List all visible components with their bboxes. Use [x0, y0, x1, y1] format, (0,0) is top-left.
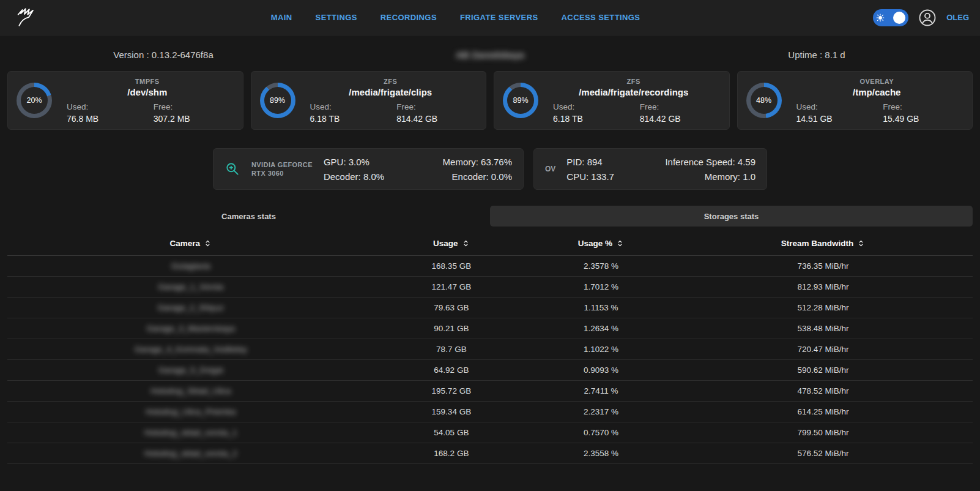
- camera-name: Holodnyj_sklad_vorota_2: [7, 443, 374, 464]
- hardware-stats-row: NVIDIA GEFORCE RTX 3060 GPU: 3.0% Decode…: [0, 148, 980, 190]
- table-row: Holodnyj_Ulica_Priemka159.34 GB2.2317 %6…: [7, 402, 973, 422]
- table-row: Garage_5_Dvigat64.92 GB0.9093 %590.62 Mi…: [7, 360, 973, 381]
- sort-icon: [857, 239, 865, 249]
- nav-access-settings[interactable]: ACCESS SETTINGS: [562, 13, 640, 22]
- donut-percent: 89%: [264, 87, 291, 114]
- mount-path: /media/frigate/recordings: [547, 87, 721, 97]
- stats-tabs: Cameras statsStorages stats: [0, 206, 980, 227]
- detector-stats-left: PID: 894 CPU: 133.7: [566, 156, 614, 183]
- usage-percent-value: 0.9093 %: [529, 360, 674, 381]
- detector-name: OV: [545, 165, 555, 173]
- used-value: 6.18 TB: [310, 114, 391, 124]
- storage-card-info: TMPFS/dev/shmUsed:76.8 MBFree:307.2 MB: [61, 78, 234, 124]
- table-row: Holodnyj_sklad_vorota_154.05 GB0.7570 %7…: [7, 422, 973, 443]
- stats-table: CameraUsageUsage %Stream Bandwidth Gulag…: [7, 233, 973, 464]
- used-label: Used:: [67, 102, 147, 111]
- tab-cameras-stats[interactable]: Cameras stats: [7, 206, 490, 227]
- usage-percent-value: 1.1022 %: [529, 339, 674, 360]
- nav-main[interactable]: MAIN: [271, 13, 292, 22]
- usage-percent-value: 2.2317 %: [529, 402, 674, 422]
- column-header-camera[interactable]: Camera: [7, 233, 374, 256]
- usage-value: 90.21 GB: [374, 318, 529, 339]
- gpu-name: NVIDIA GEFORCE RTX 3060: [251, 161, 313, 177]
- detector-pid: PID: 894: [566, 156, 614, 168]
- gpu-name-line1: NVIDIA GEFORCE: [251, 161, 313, 168]
- camera-name: Garage_2_Shlyuz: [7, 298, 374, 318]
- used-cell: Used:14.51 GB: [790, 102, 877, 124]
- nav-frigate-servers[interactable]: FRIGATE SERVERS: [460, 13, 538, 22]
- storage-card-info: ZFS/media/frigate/clipsUsed:6.18 TBFree:…: [304, 78, 478, 124]
- navbar-right: OLEG: [873, 9, 969, 27]
- storage-card: 89%ZFS/media/frigate/clipsUsed:6.18 TBFr…: [251, 71, 487, 130]
- mount-path: /media/frigate/clips: [304, 87, 478, 97]
- main-nav: MAINSETTINGSRECORDINGSFRIGATE SERVERSACC…: [38, 13, 873, 22]
- usage-value: 78.7 GB: [374, 339, 529, 360]
- nav-recordings[interactable]: RECORDINGS: [380, 13, 437, 22]
- column-label: Usage %: [578, 239, 612, 248]
- free-label: Free:: [154, 102, 234, 111]
- uptime-label: Uptime : 8.1 d: [653, 50, 980, 60]
- detector-stats-card: OV PID: 894 CPU: 133.7 Inference Speed: …: [533, 148, 767, 190]
- column-label: Camera: [170, 239, 201, 248]
- storage-cards: 20%TMPFS/dev/shmUsed:76.8 MBFree:307.2 M…: [0, 71, 980, 130]
- table-row: Garage_1_Vorota121.47 GB1.7012 %812.93 M…: [7, 277, 973, 298]
- free-cell: Free:814.42 GB: [634, 102, 721, 124]
- detector-memory: Memory: 1.0: [665, 170, 755, 183]
- used-cell: Used:6.18 TB: [547, 102, 634, 124]
- bandwidth-value: 614.25 MiB/hr: [674, 402, 973, 422]
- usage-percent-value: 1.7012 %: [529, 277, 674, 298]
- column-label: Stream Bandwidth: [781, 239, 854, 248]
- donut-gauge: 89%: [260, 83, 295, 118]
- camera-name: Holodnyj_Ulica_Priemka: [7, 402, 374, 422]
- column-label: Usage: [433, 239, 458, 248]
- user-name[interactable]: OLEG: [946, 13, 969, 22]
- used-cell: Used:76.8 MB: [61, 102, 147, 124]
- camera-name: Holodnyj_Sklad_Ulica: [7, 381, 374, 402]
- bandwidth-value: 590.62 MiB/hr: [674, 360, 973, 381]
- storage-card-info: ZFS/media/frigate/recordingsUsed:6.18 TB…: [547, 78, 721, 124]
- camera-name: Holodnyj_sklad_vorota_1: [7, 422, 374, 443]
- storage-card: 89%ZFS/media/frigate/recordingsUsed:6.18…: [494, 71, 730, 130]
- fs-type-label: OVERLAY: [790, 78, 964, 85]
- gpu-name-line2: RTX 3060: [251, 170, 313, 177]
- usage-value: 64.92 GB: [374, 360, 529, 381]
- storage-card: 20%TMPFS/dev/shmUsed:76.8 MBFree:307.2 M…: [7, 71, 243, 130]
- tab-storages-stats[interactable]: Storages stats: [490, 206, 973, 227]
- used-label: Used:: [553, 102, 634, 111]
- sort-icon: [616, 239, 624, 249]
- main-content: Version : 0.13.2-6476f8a AB Zavodskaya U…: [0, 40, 980, 464]
- gpu-memory: Memory: 63.76%: [443, 156, 512, 168]
- nav-settings[interactable]: SETTINGS: [316, 13, 357, 22]
- navbar: MAINSETTINGSRECORDINGSFRIGATE SERVERSACC…: [0, 0, 980, 36]
- sort-icon: [204, 239, 212, 249]
- bandwidth-value: 812.93 MiB/hr: [674, 277, 973, 298]
- detector-cpu: CPU: 133.7: [566, 170, 614, 183]
- used-value: 76.8 MB: [67, 114, 147, 124]
- donut-percent: 20%: [21, 87, 48, 114]
- donut-gauge: 89%: [503, 83, 538, 118]
- bandwidth-value: 538.48 MiB/hr: [674, 318, 973, 339]
- fs-type-label: ZFS: [547, 78, 721, 85]
- usage-percent-value: 0.7570 %: [529, 422, 674, 443]
- free-label: Free:: [396, 102, 477, 111]
- storage-card-info: OVERLAY/tmp/cacheUsed:14.51 GBFree:15.49…: [790, 78, 964, 124]
- column-header-usage[interactable]: Usage: [374, 233, 529, 256]
- usage-value: 168.2 GB: [374, 443, 529, 464]
- usage-percent-value: 2.3558 %: [529, 443, 674, 464]
- sort-icon: [462, 239, 470, 249]
- version-label: Version : 0.13.2-6476f8a: [0, 50, 327, 60]
- mount-path: /tmp/cache: [790, 87, 964, 97]
- theme-toggle[interactable]: [873, 9, 908, 26]
- free-value: 15.49 GB: [883, 114, 963, 124]
- user-avatar-icon[interactable]: [918, 9, 937, 27]
- bandwidth-value: 478.52 MiB/hr: [674, 381, 973, 402]
- bandwidth-value: 720.47 MiB/hr: [674, 339, 973, 360]
- free-value: 307.2 MB: [154, 114, 234, 124]
- frigate-logo-icon[interactable]: [11, 4, 38, 31]
- column-header-stream-bandwidth[interactable]: Stream Bandwidth: [674, 233, 973, 256]
- column-header-usage[interactable]: Usage %: [529, 233, 674, 256]
- camera-name: Garage_4_Komnata_Voditeley: [7, 339, 374, 360]
- donut-gauge: 20%: [17, 83, 52, 118]
- usage-percent-value: 1.2634 %: [529, 318, 674, 339]
- toggle-knob: [893, 12, 905, 24]
